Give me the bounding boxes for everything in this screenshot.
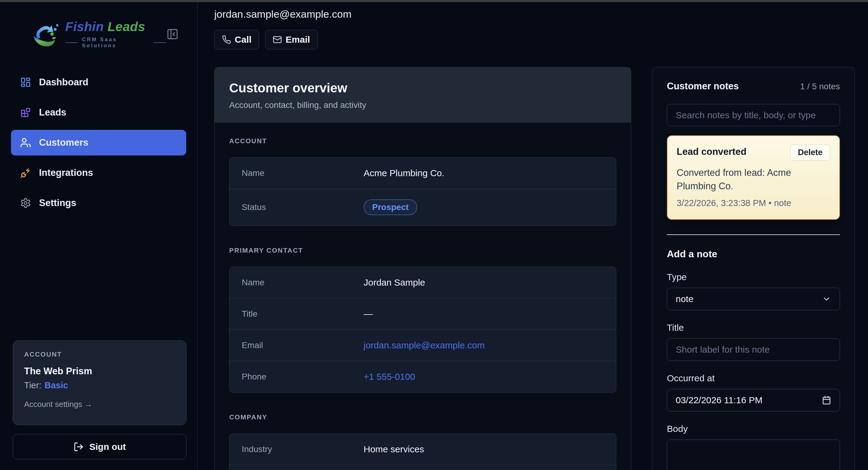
customer-overview-card: Customer overview Account, contact, bill… — [214, 67, 631, 470]
note-type-select[interactable]: note — [667, 288, 840, 310]
section-label-account: ACCOUNT — [229, 137, 616, 145]
section-label-primary-contact: PRIMARY CONTACT — [229, 247, 616, 254]
sidebar: Fishin Leads CRM Saas Solutions — [0, 2, 197, 470]
table-row: Industry Home services — [229, 434, 616, 465]
notes-search-input[interactable] — [667, 104, 840, 126]
sidebar-spacer — [0, 216, 197, 341]
body-label: Body — [667, 424, 840, 434]
note-body-textarea[interactable] — [667, 440, 840, 470]
row-value: Jordan Sample — [364, 277, 425, 288]
phone-link[interactable]: +1 555-0100 — [364, 372, 415, 382]
primary-contact-table: Name Jordan Sample Title — Email jordan.… — [229, 267, 616, 393]
note-card[interactable]: Lead converted Delete Converted from lea… — [667, 135, 840, 220]
type-label: Type — [667, 272, 840, 282]
row-value: Home services — [364, 444, 424, 455]
overview-body: ACCOUNT Name Acme Plumbing Co. Status Pr… — [215, 123, 631, 470]
sidebar-item-label: Integrations — [39, 167, 93, 178]
brand-tagline-row: CRM Saas Solutions — [65, 37, 166, 49]
phone-icon — [222, 35, 231, 44]
add-note-heading: Add a note — [667, 248, 840, 260]
occurred-field-group: Occurred at 03/22/2026 11:16 PM — [667, 373, 840, 411]
dashboard-icon — [20, 77, 31, 88]
row-label: Name — [242, 168, 364, 178]
table-row: Name Jordan Sample — [229, 267, 616, 298]
row-value: Acme Plumbing Co. — [364, 168, 444, 178]
row-label: Industry — [242, 444, 364, 454]
tier-label: Tier: — [24, 380, 41, 390]
calendar-icon — [822, 396, 831, 405]
sidebar-item-label: Leads — [39, 107, 66, 118]
account-card: ACCOUNT The Web Prism Tier: Basic Accoun… — [13, 341, 187, 425]
company-table: Industry Home services Company size 11-5… — [229, 433, 616, 470]
note-title: Lead converted — [677, 145, 746, 157]
email-button-label: Email — [286, 34, 310, 45]
sign-out-label: Sign out — [89, 442, 126, 452]
sidebar-item-label: Settings — [39, 197, 76, 209]
account-card-label: ACCOUNT — [24, 350, 175, 358]
occurred-at-input[interactable]: 03/22/2026 11:16 PM — [667, 389, 840, 411]
brand-name-secondary: Leads — [107, 20, 145, 34]
row-label: Name — [242, 278, 364, 287]
brand-name-primary: Fishin — [65, 20, 104, 34]
row-value: — — [364, 309, 373, 319]
sidebar-item-leads[interactable]: Leads — [11, 100, 186, 125]
blocks-icon — [20, 107, 31, 118]
account-table: Name Acme Plumbing Co. Status Prospect — [229, 157, 616, 226]
panel-left-close-icon — [166, 28, 179, 40]
note-meta: 3/22/2026, 3:23:38 PM • note — [677, 197, 829, 209]
users-icon — [20, 137, 31, 148]
row-label: Status — [242, 202, 364, 212]
row-label: Email — [242, 341, 364, 350]
overview-title: Customer overview — [229, 81, 616, 95]
fish-arrow-logo-icon — [32, 20, 61, 49]
action-row: Call Email — [214, 30, 868, 50]
tagline-dash-left — [65, 42, 78, 43]
email-link[interactable]: jordan.sample@example.com — [364, 340, 485, 350]
account-name: The Web Prism — [24, 366, 175, 377]
tier-value: Basic — [44, 380, 68, 390]
account-tier-row: Tier: Basic — [24, 380, 175, 390]
occurred-at-label: Occurred at — [667, 373, 840, 383]
title-field-group: Title — [667, 322, 840, 361]
call-button-label: Call — [235, 34, 251, 45]
sign-out-button[interactable]: Sign out — [13, 434, 187, 459]
contact-email-heading: jordan.sample@example.com — [214, 8, 868, 20]
sidebar-item-settings[interactable]: Settings — [11, 190, 186, 216]
main-content: jordan.sample@example.com Call Email Cus… — [197, 2, 868, 470]
gear-icon — [20, 197, 31, 209]
table-row: Status Prospect — [229, 189, 616, 225]
status-badge[interactable]: Prospect — [364, 199, 417, 215]
notes-count: 1 / 5 notes — [800, 82, 840, 91]
type-field-group: Type note — [667, 272, 840, 310]
tagline-dash-right — [154, 42, 166, 43]
row-label: Title — [242, 309, 364, 319]
row-label: Phone — [242, 372, 364, 382]
sidebar-item-dashboard[interactable]: Dashboard — [11, 69, 186, 95]
brand-text: Fishin Leads CRM Saas Solutions — [65, 20, 166, 49]
customer-notes-panel: Customer notes 1 / 5 notes Lead converte… — [652, 67, 855, 470]
notes-header: Customer notes 1 / 5 notes — [667, 81, 840, 92]
overview-subtitle: Account, contact, billing, and activity — [229, 100, 616, 110]
sidebar-item-integrations[interactable]: Integrations — [11, 160, 186, 186]
sidebar-item-label: Customers — [39, 137, 88, 148]
note-type-value: note — [676, 294, 693, 304]
app-root: Fishin Leads CRM Saas Solutions — [0, 2, 868, 470]
content-row: Customer overview Account, contact, bill… — [214, 67, 868, 470]
delete-note-button[interactable]: Delete — [790, 145, 830, 161]
table-row: Name Acme Plumbing Co. — [229, 158, 616, 189]
sidebar-collapse-button[interactable] — [166, 27, 179, 41]
notes-title: Customer notes — [667, 81, 739, 92]
sidebar-nav: Dashboard Leads Customers Integrations — [0, 69, 197, 216]
sidebar-item-customers[interactable]: Customers — [11, 130, 186, 155]
email-button[interactable]: Email — [265, 30, 317, 50]
title-label: Title — [667, 322, 840, 333]
call-button[interactable]: Call — [214, 30, 259, 50]
log-out-icon — [73, 442, 84, 452]
note-title-input[interactable] — [667, 338, 840, 361]
table-row: Phone +1 555-0100 — [229, 361, 616, 392]
account-settings-link[interactable]: Account settings → — [24, 400, 175, 409]
sidebar-item-label: Dashboard — [39, 77, 88, 88]
section-label-company: COMPANY — [229, 413, 616, 421]
window-top-strip — [0, 0, 868, 2]
table-row: Title — — [229, 298, 616, 330]
